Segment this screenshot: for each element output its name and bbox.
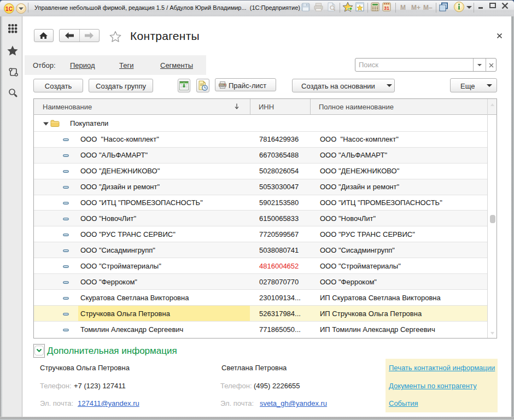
svg-text:31: 31: [384, 5, 389, 11]
svg-text:1С: 1С: [5, 6, 13, 12]
